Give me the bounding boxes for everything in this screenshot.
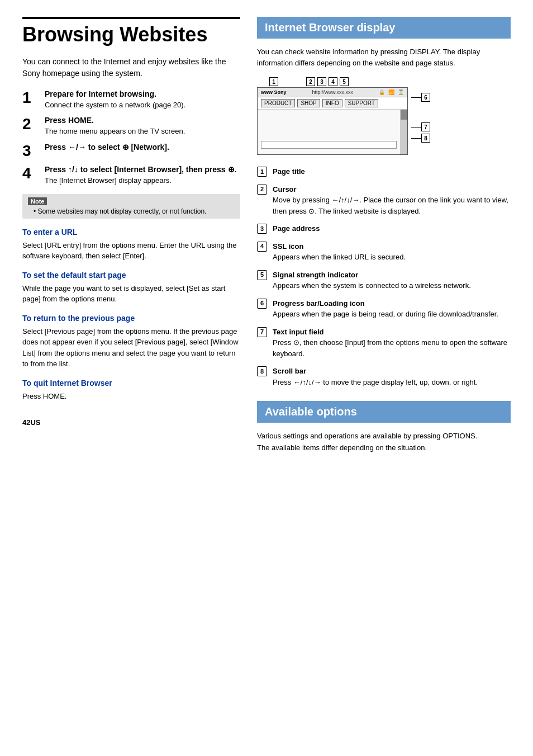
step-2-title: Press HOME.: [45, 116, 240, 125]
page-layout: Browsing Websites You can connect to the…: [22, 17, 511, 454]
callout-num-8: 8: [421, 134, 430, 143]
intro-text: You can connect to the Internet and enjo…: [22, 56, 240, 79]
item-1-content: Page title: [273, 166, 305, 177]
step-1-desc: Connect the system to a network (page 20…: [45, 100, 240, 111]
browser-diagram-container: 1 2 3 4 5 www Sony http://www.xxx.xxx 🔒 …: [257, 77, 430, 156]
item-2: 2 Cursor Move by pressing ←/↑/↓/→. Place…: [257, 184, 511, 217]
item-2-title: Cursor: [273, 184, 511, 195]
nav-buttons: PRODUCT SHOP INFO SUPPORT: [258, 97, 407, 110]
diagram-top-numbers: 1 2 3 4 5: [257, 77, 430, 86]
callout-num-7: 7: [421, 122, 430, 131]
main-title: Browsing Websites: [22, 17, 240, 46]
item-1: 1 Page title: [257, 166, 511, 177]
item-num-7: 7: [257, 327, 267, 337]
note-label: Note: [28, 197, 47, 205]
item-7-desc: Press ⊙, then choose [Input] from the op…: [273, 337, 511, 359]
note-box: Note Some websites may not display corre…: [22, 194, 240, 219]
item-6-desc: Appears when the page is being read, or …: [273, 309, 498, 320]
scrollbar-thumb: [401, 110, 407, 120]
step-4: 4 Press ↑/↓ to select [Internet Browser]…: [22, 165, 240, 186]
item-4-content: SSL icon Appears when the linked URL is …: [273, 241, 406, 263]
subsection-enter-url: To enter a URL Select [URL entry] from t…: [22, 228, 240, 262]
step-1-content: Prepare for Internet browsing. Connect t…: [45, 89, 240, 111]
callout-6: 6: [411, 93, 430, 102]
step-3-content: Press ←/→ to select ⊕ [Network].: [45, 143, 240, 153]
browser-display-intro: You can check website information by pre…: [257, 46, 511, 68]
item-8-desc: Press ←/↑/↓/→ to move the page display l…: [273, 377, 478, 388]
diagram-num-4: 4: [329, 77, 337, 86]
callout-7: 7: [411, 122, 430, 131]
text-input-field: [261, 141, 397, 149]
item-5-desc: Appears when the system is connected to …: [273, 280, 471, 291]
item-6-title: Progress bar/Loading icon: [273, 298, 498, 309]
note-list: Some websites may not display correctly,…: [28, 207, 235, 215]
step-4-number: 4: [22, 165, 39, 182]
item-7-title: Text input field: [273, 327, 511, 338]
step-3-title: Press ←/→ to select ⊕ [Network].: [45, 143, 240, 152]
browser-box: www Sony http://www.xxx.xxx 🔒 📶 ⌛ PRODUC…: [257, 87, 408, 155]
callout-8-line: [411, 138, 421, 139]
subsection-quit-browser-body: Press HOME.: [22, 391, 240, 402]
item-2-desc: Move by pressing ←/↑/↓/→. Place the curs…: [273, 195, 511, 216]
step-2: 2 Press HOME. The home menu appears on t…: [22, 116, 240, 137]
subsection-default-start: To set the default start page While the …: [22, 271, 240, 305]
item-num-8: 8: [257, 366, 267, 376]
step-4-desc: The [Internet Browser] display appears.: [45, 175, 240, 186]
diagram-num-1: 1: [269, 77, 278, 86]
subsection-return-prev-title: To return to the previous page: [22, 314, 240, 323]
diagram-num-3: 3: [317, 77, 326, 86]
item-6-content: Progress bar/Loading icon Appears when t…: [273, 298, 498, 320]
item-3-title: Page address: [273, 224, 320, 233]
subsection-quit-browser-title: To quit Internet Browser: [22, 379, 240, 388]
browser-display-header: Internet Browser display: [257, 17, 511, 39]
subsection-enter-url-title: To enter a URL: [22, 228, 240, 237]
step-2-desc: The home menu appears on the TV screen.: [45, 126, 240, 137]
browser-content-area: [258, 110, 407, 154]
nav-info: INFO: [322, 99, 342, 107]
step-3: 3 Press ←/→ to select ⊕ [Network].: [22, 143, 240, 160]
item-1-title: Page title: [273, 167, 305, 176]
item-5-content: Signal strength indicator Appears when t…: [273, 270, 471, 291]
nav-shop: SHOP: [297, 99, 320, 107]
item-5-title: Signal strength indicator: [273, 270, 471, 281]
step-2-content: Press HOME. The home menu appears on the…: [45, 116, 240, 137]
item-num-6: 6: [257, 299, 267, 309]
site-title: www Sony: [261, 89, 287, 95]
item-3: 3 Page address: [257, 223, 511, 234]
item-4: 4 SSL icon Appears when the linked URL i…: [257, 241, 511, 263]
subsection-return-prev: To return to the previous page Select [P…: [22, 314, 240, 370]
item-num-3: 3: [257, 224, 267, 234]
item-7: 7 Text input field Press ⊙, then choose …: [257, 327, 511, 360]
progress-icon: ⌛: [398, 89, 404, 95]
item-8-content: Scroll bar Press ←/↑/↓/→ to move the pag…: [273, 366, 478, 388]
callout-num-6: 6: [421, 93, 430, 102]
item-num-5: 5: [257, 270, 267, 280]
diagram-num-2: 2: [306, 77, 315, 86]
nav-product: PRODUCT: [261, 99, 295, 107]
step-4-content: Press ↑/↓ to select [Internet Browser], …: [45, 165, 240, 186]
subsection-quit-browser: To quit Internet Browser Press HOME.: [22, 379, 240, 402]
step-4-title: Press ↑/↓ to select [Internet Browser], …: [45, 165, 240, 174]
item-5: 5 Signal strength indicator Appears when…: [257, 270, 511, 291]
step-1-number: 1: [22, 89, 39, 107]
available-options-header: Available options: [257, 401, 511, 423]
item-6: 6 Progress bar/Loading icon Appears when…: [257, 298, 511, 320]
diagram-num-5: 5: [340, 77, 349, 86]
main-content-area: [258, 110, 401, 154]
item-3-content: Page address: [273, 223, 320, 234]
address-url: http://www.xxx.xxx: [290, 89, 375, 95]
step-3-number: 3: [22, 143, 39, 160]
item-num-2: 2: [257, 185, 267, 195]
right-column: Internet Browser display You can check w…: [257, 17, 511, 454]
subsection-default-start-body: While the page you want to set is displa…: [22, 283, 240, 305]
step-1-title: Prepare for Internet browsing.: [45, 89, 240, 98]
item-8-title: Scroll bar: [273, 366, 478, 377]
available-options-body: Various settings and operations are avai…: [257, 431, 511, 454]
subsection-default-start-title: To set the default start page: [22, 271, 240, 280]
items-list: 1 Page title 2 Cursor Move by pressing ←…: [257, 166, 511, 388]
note-item: Some websites may not display correctly,…: [34, 207, 235, 215]
callout-7-line: [411, 127, 421, 127]
callout-6-line: [411, 97, 421, 98]
subsection-return-prev-body: Select [Previous page] from the options …: [22, 326, 240, 370]
page-number: 42US: [22, 418, 240, 427]
